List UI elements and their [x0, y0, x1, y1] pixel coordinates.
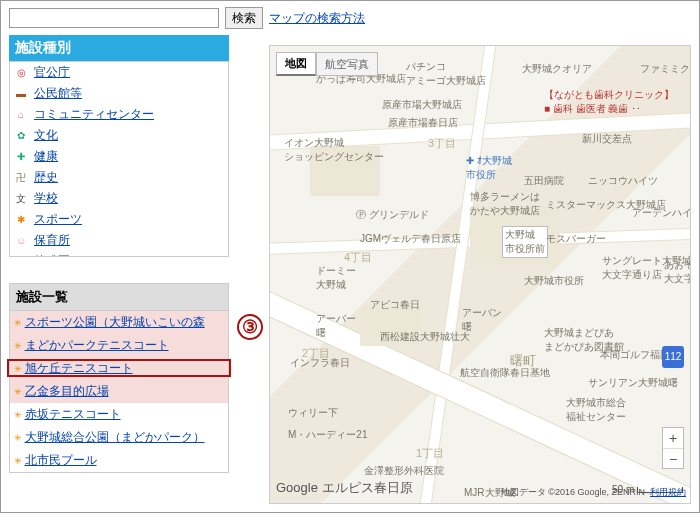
poi-label: アーバー 曙: [316, 312, 356, 340]
facility-item: ✳ 赤坂テニスコート: [10, 403, 228, 426]
category-link[interactable]: 保育所: [34, 232, 70, 249]
poi-label: ファミミク1: [640, 62, 691, 76]
facility-link[interactable]: まどかパークテニスコート: [25, 338, 169, 352]
bullet-icon: ✳: [14, 456, 25, 466]
facility-link[interactable]: 大野城総合公園（まどかパーク）: [25, 430, 205, 444]
category-item[interactable]: 卍歴史: [10, 167, 228, 188]
category-item[interactable]: ☺保育所: [10, 230, 228, 251]
chome-label: 4丁目: [344, 250, 372, 265]
poi-label: サンリアン大野城曙: [588, 376, 678, 390]
facility-item: ✳ 旭ケ丘テニスコート: [10, 357, 228, 380]
poi-label: Ⓟ グリンデルド: [356, 208, 429, 222]
poi-label: 【ながとも歯科クリニック】 ■ 歯科 歯医者 義歯 ‥: [544, 88, 674, 116]
category-item[interactable]: ◎官公庁: [10, 62, 228, 83]
tab-map[interactable]: 地図: [276, 52, 316, 76]
facility-link[interactable]: スポーツ公園（大野城いこいの森: [25, 315, 205, 329]
chome-label: 1丁目: [416, 446, 444, 461]
category-link[interactable]: 幼稚園: [34, 253, 70, 257]
category-item[interactable]: ✿文化: [10, 125, 228, 146]
facility-link[interactable]: 赤坂テニスコート: [25, 407, 121, 421]
poi-label: ウィリー下: [288, 406, 338, 420]
search-button[interactable]: 検索: [225, 7, 263, 29]
category-item[interactable]: ✚健康: [10, 146, 228, 167]
poi-label: モスバーガー: [546, 232, 606, 246]
category-link[interactable]: スポーツ: [34, 211, 82, 228]
zoom-out-button[interactable]: −: [663, 448, 683, 468]
poi-label: ニッコウハイツ: [588, 174, 658, 188]
facility-item: ✳ 北市民プール: [10, 449, 228, 472]
category-icon: ✾: [14, 255, 28, 258]
facility-panel-title: 施設一覧: [9, 283, 229, 311]
category-item[interactable]: ⌂コミュニティセンター: [10, 104, 228, 125]
facility-link[interactable]: 旭ケ丘テニスコート: [25, 361, 133, 375]
poi-label: あおぞら 大文字通: [664, 258, 691, 286]
google-logo: Google エルピス春日原: [276, 479, 413, 497]
poi-label: 大野城市役所: [524, 274, 584, 288]
bullet-icon: ✳: [14, 410, 25, 420]
category-item[interactable]: ▬公民館等: [10, 83, 228, 104]
poi-label: 原産市場春日店: [388, 116, 458, 130]
facility-list: ✳ スポーツ公園（大野城いこいの森✳ まどかパークテニスコート✳ 旭ケ丘テニスコ…: [9, 311, 229, 473]
category-list[interactable]: ◎官公庁▬公民館等⌂コミュニティセンター✿文化✚健康卍歴史文学校✱スポーツ☺保育…: [9, 61, 229, 257]
bullet-icon: ✳: [14, 318, 25, 328]
facility-item: ✳ まどかパークテニスコート: [10, 334, 228, 357]
bullet-icon: ✳: [14, 387, 25, 397]
category-item[interactable]: ✱スポーツ: [10, 209, 228, 230]
poi-label: アーデンハイツ: [632, 206, 691, 220]
map-attribution: 地図データ ©2016 Google, ZENRIN 利用規約: [501, 486, 686, 499]
facility-item: ✳ 乙金多目的広場: [10, 380, 228, 403]
poi-stop-label: 大野城 市役所前: [502, 226, 548, 258]
poi-label: 西松建設大野城壮大: [380, 330, 470, 344]
category-icon: ✿: [14, 129, 28, 143]
category-icon: 文: [14, 192, 28, 206]
bullet-icon: ✳: [14, 433, 25, 443]
category-link[interactable]: 文化: [34, 127, 58, 144]
poi-label: 原産市場大野城店: [382, 98, 462, 112]
poi-label: アーバン 曙: [462, 306, 502, 334]
category-icon: ⌂: [14, 108, 28, 122]
category-panel-title: 施設種別: [9, 35, 229, 61]
map-type-tabs: 地図 航空写真: [276, 52, 378, 76]
category-icon: ◎: [14, 66, 28, 80]
tab-satellite[interactable]: 航空写真: [316, 52, 378, 76]
bullet-icon: ✳: [14, 341, 25, 351]
category-item[interactable]: 文学校: [10, 188, 228, 209]
poi-label: 大野城クオリア: [522, 62, 592, 76]
poi-label: インフラ春日: [290, 356, 350, 370]
category-icon: ▬: [14, 87, 28, 101]
terms-link[interactable]: 利用規約: [650, 487, 686, 497]
category-link[interactable]: 官公庁: [34, 64, 70, 81]
zoom-control: + −: [662, 427, 684, 469]
callout-badge-3: ③: [237, 314, 263, 340]
category-icon: ✚: [14, 150, 28, 164]
poi-label: 五田病院: [524, 174, 564, 188]
category-link[interactable]: 学校: [34, 190, 58, 207]
category-link[interactable]: 歴史: [34, 169, 58, 186]
route-badge: 112: [662, 346, 684, 368]
category-icon: ☺: [14, 234, 28, 248]
poi-label: JGMヴェルデ春日原店: [360, 232, 461, 246]
poi-label: ✚ ｵ大野城 市役所: [466, 154, 512, 182]
facility-item: ✳ スポーツ公園（大野城いこいの森: [10, 311, 228, 334]
poi-label: ドーミー 大野城: [316, 264, 356, 292]
search-input[interactable]: [9, 8, 219, 28]
facility-link[interactable]: 乙金多目的広場: [25, 384, 109, 398]
zoom-in-button[interactable]: +: [663, 428, 683, 448]
poi-label: 新川交差点: [582, 132, 632, 146]
facility-link[interactable]: 北市民プール: [25, 453, 97, 467]
chome-label: 3丁目: [428, 136, 456, 151]
poi-label: 金澤整形外科医院: [364, 464, 444, 478]
facility-item: ✳ 大野城総合公園（まどかパーク）: [10, 426, 228, 449]
poi-label: 博多ラーメンは かたや大野城店: [470, 190, 540, 218]
map-canvas[interactable]: 地図 航空写真 3丁目 2丁目 4丁目 2丁目 1丁目 曙町 かっぱ寿司大野城店…: [269, 45, 691, 504]
poi-label: イオン大野城 ショッピングセンター: [284, 136, 384, 164]
poi-label: M・ハーディー21: [288, 428, 367, 442]
poi-label: パチンコ アミーゴ大野城店: [406, 60, 486, 88]
category-item[interactable]: ✾幼稚園: [10, 251, 228, 257]
category-link[interactable]: 公民館等: [34, 85, 82, 102]
category-link[interactable]: 健康: [34, 148, 58, 165]
poi-label: アビコ春日: [370, 298, 420, 312]
search-help-link[interactable]: マップの検索方法: [269, 10, 365, 27]
category-link[interactable]: コミュニティセンター: [34, 106, 154, 123]
poi-label: 航空自衛隊春日基地: [460, 366, 550, 380]
